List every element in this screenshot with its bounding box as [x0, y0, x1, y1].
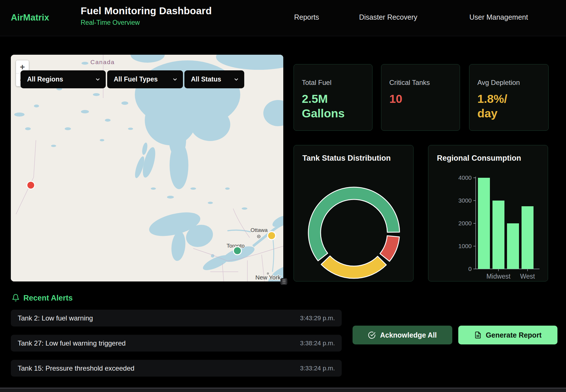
- alert-timestamp: 3:43:29 p.m.: [300, 315, 335, 322]
- stat-card-avg-depletion: Avg Depletion 1.8%/ day: [469, 64, 549, 131]
- check-circle-icon: [368, 331, 376, 339]
- bell-icon: [12, 293, 20, 302]
- stat-value: 10: [389, 92, 440, 106]
- nav-user-management[interactable]: User Management: [469, 13, 528, 21]
- stat-value: 2.5M Gallons: [302, 92, 353, 121]
- status-filter-value: All Status: [191, 75, 221, 83]
- stat-value: 1.8%/ day: [477, 92, 528, 121]
- stat-label: Total Fuel: [302, 79, 364, 87]
- fuel-monitoring-dashboard: { "header": { "brand": "AirMatrix", "tit…: [0, 0, 566, 392]
- acknowledge-all-button[interactable]: Acknowledge All: [353, 326, 452, 344]
- donut-chart-title: Tank Status Distribution: [302, 154, 391, 163]
- page-subtitle: Real-Time Overview: [81, 19, 212, 26]
- chevron-down-icon: [95, 77, 101, 82]
- generate-report-button[interactable]: Generate Report: [458, 326, 557, 344]
- region-filter-value: All Regions: [27, 75, 63, 83]
- map-label-canada: Canada: [90, 59, 115, 65]
- alert-message: Tank 15: Pressure threshold exceeded: [18, 364, 135, 372]
- svg-text:West: West: [520, 273, 535, 280]
- tank-status-donut-chart: [294, 145, 414, 282]
- chevron-down-icon: [233, 77, 239, 82]
- map-canvas[interactable]: Canada Ottawa Toronto New York: [11, 55, 283, 281]
- alert-row[interactable]: Tank 2: Low fuel warning 3:43:29 p.m.: [11, 310, 342, 326]
- generate-report-label: Generate Report: [486, 331, 542, 339]
- region-filter-dropdown[interactable]: All Regions: [21, 70, 106, 88]
- window-bottom-edge: [0, 388, 566, 392]
- svg-text:Midwest: Midwest: [486, 273, 511, 280]
- svg-text:3000: 3000: [458, 197, 472, 204]
- status-filter-dropdown[interactable]: All Status: [184, 70, 244, 88]
- chevron-down-icon: [172, 77, 178, 82]
- map-label-ottawa: Ottawa: [251, 227, 268, 233]
- svg-text:1000: 1000: [458, 243, 472, 249]
- svg-text:4000: 4000: [458, 174, 472, 181]
- map-panel: Canada Ottawa Toronto New York + − All R…: [11, 55, 283, 281]
- tank-marker-warning[interactable]: [268, 232, 276, 240]
- alerts-section-title: Recent Alerts: [23, 294, 73, 303]
- alert-row[interactable]: Tank 27: Low fuel warning triggered 3:38…: [11, 335, 342, 352]
- header: AirMatrix Fuel Monitoring Dashboard Real…: [0, 0, 566, 36]
- alert-timestamp: 3:38:24 p.m.: [300, 340, 335, 347]
- stat-card-critical-tanks: Critical Tanks 10: [381, 64, 460, 131]
- alert-timestamp: 3:33:24 p.m.: [300, 365, 335, 372]
- brand-logo: AirMatrix: [11, 13, 49, 23]
- alert-message: Tank 27: Low fuel warning triggered: [18, 339, 126, 347]
- map-resize-grip[interactable]: [280, 278, 287, 285]
- tank-marker-normal[interactable]: [233, 247, 241, 255]
- stat-label: Avg Depletion: [477, 79, 540, 87]
- regional-consumption-panel: Regional Consumption 01000200030004000Mi…: [428, 145, 548, 281]
- title-block: Fuel Monitoring Dashboard Real-Time Over…: [81, 5, 212, 26]
- stat-label: Critical Tanks: [389, 79, 452, 87]
- nav-disaster-recovery[interactable]: Disaster Recovery: [359, 13, 417, 21]
- bar-chart-title: Regional Consumption: [437, 154, 521, 163]
- acknowledge-all-label: Acknowledge All: [380, 331, 437, 339]
- alert-row[interactable]: Tank 15: Pressure threshold exceeded 3:3…: [11, 360, 342, 377]
- alert-message: Tank 2: Low fuel warning: [18, 314, 93, 322]
- regional-consumption-bar-chart: 01000200030004000MidwestWest: [428, 145, 548, 282]
- svg-text:0: 0: [468, 266, 472, 272]
- map-label-new-york: New York: [255, 274, 281, 281]
- file-text-icon: [474, 331, 482, 339]
- svg-text:2000: 2000: [458, 220, 472, 226]
- fuel-type-filter-value: All Fuel Types: [114, 75, 158, 83]
- page-title: Fuel Monitoring Dashboard: [81, 5, 212, 17]
- fuel-type-filter-dropdown[interactable]: All Fuel Types: [107, 70, 183, 88]
- nav-reports[interactable]: Reports: [294, 13, 319, 21]
- tank-marker-critical[interactable]: [27, 181, 35, 189]
- stat-card-total-fuel: Total Fuel 2.5M Gallons: [294, 64, 372, 131]
- tank-status-panel: Tank Status Distribution: [294, 145, 414, 281]
